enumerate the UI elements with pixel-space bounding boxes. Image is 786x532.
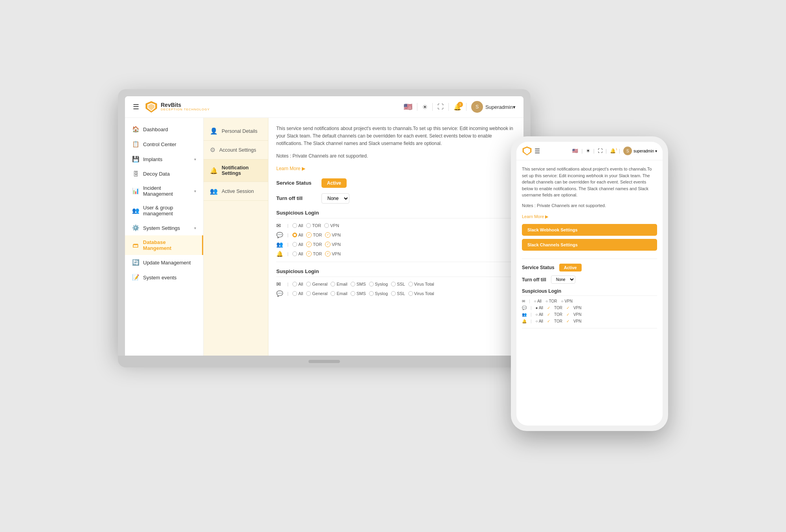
radio-general-ext[interactable]: General <box>306 282 327 286</box>
sidebar-item-dashboard[interactable]: 🏠 Dashboard <box>125 122 203 137</box>
phone-check: ✓ <box>547 312 550 317</box>
sidebar-item-database-management[interactable]: 🗃 Database Mangement <box>125 235 203 255</box>
check-circle-tor: ✓ <box>306 251 312 257</box>
radio-vpn[interactable]: VPN <box>324 223 339 228</box>
phone-chat-icon: 💬 <box>522 306 527 310</box>
checkbox-group-ext-2: All General Email SMS Syslog SSL Virus T… <box>292 291 434 296</box>
checkbox-group-1: All TOR VPN <box>292 223 339 228</box>
radio-all[interactable]: All <box>292 223 303 228</box>
radio-sms-ext2[interactable]: SMS <box>351 291 366 296</box>
service-status-badge: Active <box>321 178 347 188</box>
dashboard-icon: 🏠 <box>132 126 139 133</box>
radio-tor[interactable]: TOR <box>306 223 321 228</box>
active-session-icon: 👥 <box>210 187 218 195</box>
phone-user-name: superadmin ▾ <box>634 149 657 153</box>
radio-circle <box>292 223 297 228</box>
phone-radio[interactable]: ● All <box>536 306 543 310</box>
incident-arrow: ▾ <box>194 189 196 193</box>
radio-all[interactable]: All <box>292 233 303 237</box>
sun-icon[interactable]: ☀ <box>422 103 428 111</box>
phone-radio[interactable]: ○ All <box>536 319 543 323</box>
bell-badge: 1 <box>457 102 463 107</box>
tab-personal-details[interactable]: 👤 Personal Details <box>204 122 268 141</box>
checkbox-row-ext-2: 💬 | All General Email SMS Syslog SSL <box>276 290 516 297</box>
radio-tor[interactable]: ✓ TOR <box>306 232 322 238</box>
checkbox-row-1: ✉ | All TOR VPN <box>276 222 516 229</box>
bell-wrapper[interactable]: 🔔 1 <box>454 103 461 111</box>
phone-flag-icon[interactable]: 🇺🇸 <box>572 148 578 154</box>
sidebar-item-user-group[interactable]: 👥 User & group management <box>125 201 203 220</box>
incident-icon: 📊 <box>132 187 139 194</box>
sidebar-item-incident-management[interactable]: 📊 Incident Management ▾ <box>125 181 203 201</box>
radio-virustotal-ext[interactable]: Virus Total <box>408 282 434 286</box>
phone-radio[interactable]: ○ All <box>536 312 543 317</box>
sidebar-item-implants[interactable]: 💾 Implants ▾ <box>125 152 203 167</box>
sidebar-item-system-settings[interactable]: ⚙️ System Settings ▾ <box>125 220 203 235</box>
laptop-notch <box>309 360 340 363</box>
radio-ssl-ext[interactable]: SSL <box>391 282 405 286</box>
radio-email-ext[interactable]: Email <box>331 282 347 286</box>
chat-icon: 💬 <box>276 232 283 238</box>
learn-more-link[interactable]: Learn More ▶ <box>276 166 305 171</box>
divider-4 <box>466 103 466 111</box>
phone-radio[interactable]: ○ VPN <box>561 299 573 303</box>
phone-sun-icon[interactable]: ☀ <box>586 148 590 154</box>
tab-active-session[interactable]: 👥 Active Session <box>204 182 268 201</box>
header-left: ☰ RevBits DECEPTION TECHNOLOGY <box>133 101 210 113</box>
phone-expand-icon[interactable]: ⛶ <box>598 148 602 154</box>
phone-service-status-row: Service Status Active <box>522 264 657 272</box>
radio-vpn[interactable]: ✓ VPN <box>325 232 341 238</box>
sidebar-item-control-center[interactable]: 📋 Control Center <box>125 137 203 152</box>
radio-vpn[interactable]: ✓ VPN <box>325 251 341 257</box>
phone-radio[interactable]: ○ All <box>534 299 542 303</box>
hamburger-icon[interactable]: ☰ <box>133 103 139 111</box>
radio-virustotal-ext2[interactable]: Virus Total <box>408 291 434 296</box>
radio-email-ext2[interactable]: Email <box>331 291 347 296</box>
radio-tor[interactable]: ✓ TOR <box>306 242 322 247</box>
checkbox-group-4: All ✓ TOR ✓ VPN <box>292 251 341 257</box>
phone-check: ✓ <box>566 319 569 323</box>
phone-check: ✓ <box>547 306 550 310</box>
phone-email-icon: ✉ <box>522 299 525 303</box>
radio-all[interactable]: All <box>292 242 303 247</box>
user-menu[interactable]: S Superadmin▾ <box>471 101 516 113</box>
radio-ssl-ext2[interactable]: SSL <box>391 291 405 296</box>
radio-syslog-ext[interactable]: Syslog <box>369 282 388 286</box>
radio-syslog-ext2[interactable]: Syslog <box>369 291 388 296</box>
radio-all[interactable]: All <box>292 251 303 256</box>
phone-learn-more-link[interactable]: Learn More ▶ <box>522 214 548 219</box>
radio-all-ext[interactable]: All <box>292 282 303 286</box>
implants-arrow: ▾ <box>194 157 196 161</box>
turn-off-select[interactable]: None <box>321 193 349 204</box>
header: ☰ RevBits DECEPTION TECHNOLOGY <box>125 96 523 118</box>
radio-tor[interactable]: ✓ TOR <box>306 251 322 257</box>
phone-hamburger-icon[interactable]: ☰ <box>534 147 540 155</box>
tab-account-settings[interactable]: ⚙ Account Settings <box>204 141 268 160</box>
radio-general-ext2[interactable]: General <box>306 291 327 296</box>
flag-icon[interactable]: 🇺🇸 <box>404 103 412 111</box>
sidebar-item-update-management[interactable]: 🔄 Update Management <box>125 255 203 270</box>
phone-suspicious-login-title: Suspicious Login <box>522 288 657 296</box>
checkbox-row-ext-1: ✉ | All General Email SMS Syslog SSL <box>276 281 516 287</box>
phone-turn-off-select[interactable]: None <box>551 275 575 284</box>
phone-radio[interactable]: ○ TOR <box>545 299 557 303</box>
check-circle-vpn: ✓ <box>325 232 331 238</box>
radio-sms-ext[interactable]: SMS <box>351 282 366 286</box>
user-name: Superadmin▾ <box>485 104 516 110</box>
sidebar: 🏠 Dashboard 📋 Control Center 💾 Implants … <box>125 118 204 356</box>
slack-channels-button[interactable]: Slack Channels Settings <box>522 239 657 251</box>
sidebar-item-system-events[interactable]: 📝 System events <box>125 270 203 285</box>
phone-content: This service send notifications about pr… <box>516 160 663 426</box>
email-icon: ✉ <box>276 222 283 229</box>
phone-bell-icon[interactable]: 🔔1 <box>610 148 616 154</box>
sidebar-item-decoy-data[interactable]: 🗄 Decoy Data <box>125 167 203 181</box>
logo-text: RevBits DECEPTION TECHNOLOGY <box>161 102 210 112</box>
tab-notification-settings[interactable]: 🔔 Notification Settings <box>204 160 268 182</box>
radio-vpn[interactable]: ✓ VPN <box>325 242 341 247</box>
header-right: 🇺🇸 ☀ ⛶ 🔔 1 <box>404 101 516 113</box>
slack-webhook-button[interactable]: Slack Webhook Settings <box>522 224 657 236</box>
expand-icon[interactable]: ⛶ <box>437 103 444 110</box>
radio-all-ext2[interactable]: All <box>292 291 303 296</box>
phone-user-menu[interactable]: S superadmin ▾ <box>623 147 657 155</box>
sidebar-item-label: Decoy Data <box>143 171 170 177</box>
